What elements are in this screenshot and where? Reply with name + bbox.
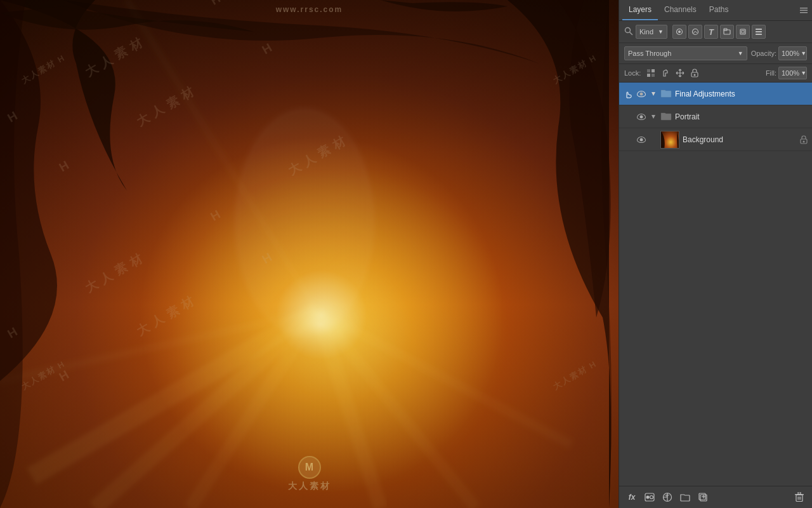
layer-hand-cursor <box>623 89 633 99</box>
svg-line-14 <box>630 32 633 35</box>
svg-rect-34 <box>661 114 671 120</box>
layers-panel: Layers Channels Paths Kind ▼ <box>619 0 812 508</box>
lock-icons-group <box>645 67 701 79</box>
svg-rect-12 <box>800 12 808 13</box>
svg-rect-11 <box>800 10 808 11</box>
layer-name-portrait: Portrait <box>675 112 808 121</box>
folder-icon-portrait <box>660 110 672 123</box>
canvas-area: 大人素材 H 大人素材 H 大人素材 H 大人素材 H 大人素材 H 大人素材 … <box>0 0 619 508</box>
svg-point-38 <box>646 496 650 499</box>
svg-marker-31 <box>652 92 655 96</box>
filter-icon-shape[interactable] <box>720 25 734 39</box>
filter-icon-more[interactable] <box>752 25 766 39</box>
filter-icons-group: T <box>672 25 766 39</box>
layer-item-portrait[interactable]: Portrait <box>619 105 812 128</box>
url-watermark: www.rrsc.com <box>276 5 343 14</box>
photo-background: 大人素材 H 大人素材 H 大人素材 H 大人素材 H 大人素材 H 大人素材 … <box>0 0 619 508</box>
new-adjustment-button[interactable] <box>660 490 675 505</box>
eye-icon-portrait <box>637 114 646 120</box>
expand-portrait[interactable] <box>650 113 657 121</box>
blend-mode-dropdown[interactable]: Pass Through ▼ <box>624 46 747 60</box>
filter-icon-pixel[interactable] <box>672 25 686 39</box>
svg-rect-28 <box>652 74 655 77</box>
svg-rect-24 <box>756 34 762 35</box>
lock-transparent-btn[interactable] <box>645 67 657 79</box>
site-logo: M <box>298 456 321 479</box>
fill-label: Fill: <box>766 69 776 77</box>
fill-input[interactable]: 100% ▼ <box>778 67 807 79</box>
lock-all-btn[interactable] <box>688 67 701 79</box>
svg-point-39 <box>650 496 653 499</box>
layer-name-background: Background <box>683 135 796 144</box>
opacity-group: Opacity: 100% ▼ <box>751 46 807 60</box>
new-group-button[interactable] <box>678 490 693 505</box>
layers-list: Final Adjustments Portrait <box>619 83 812 284</box>
svg-point-13 <box>625 27 631 32</box>
layer-visibility-final-adjustments[interactable] <box>636 89 646 99</box>
new-layer-button[interactable] <box>695 490 710 505</box>
lock-row: Lock: <box>619 64 812 83</box>
folder-icon-final-adjustments <box>660 88 672 100</box>
layer-item-final-adjustments[interactable]: Final Adjustments <box>619 83 812 105</box>
site-badge: M 大人素材 <box>288 456 331 492</box>
lock-move-btn[interactable] <box>674 67 686 79</box>
search-icon <box>624 27 633 37</box>
svg-marker-33 <box>652 115 655 119</box>
add-mask-button[interactable] <box>642 490 657 505</box>
blend-mode-row: Pass Through ▼ Opacity: 100% ▼ <box>619 43 812 64</box>
eye-icon-final-adjustments <box>637 91 646 97</box>
eye-icon-background <box>637 137 646 143</box>
opacity-label: Opacity: <box>751 50 776 57</box>
svg-rect-27 <box>647 74 650 77</box>
site-name: 大人素材 <box>288 481 331 492</box>
svg-rect-25 <box>647 69 650 72</box>
svg-rect-22 <box>756 29 762 30</box>
layer-item-background[interactable]: Background <box>619 128 812 151</box>
svg-rect-23 <box>756 31 762 32</box>
layer-thumb-background <box>660 131 679 149</box>
layer-name-final-adjustments: Final Adjustments <box>675 90 808 98</box>
panel-menu-icon[interactable] <box>799 5 809 15</box>
svg-rect-32 <box>661 91 671 97</box>
svg-point-36 <box>803 140 805 142</box>
layers-empty-space <box>619 284 812 486</box>
panel-bottom-toolbar: fx <box>619 486 812 508</box>
thumb-tree-svg <box>661 131 679 148</box>
filter-bar: Kind ▼ T <box>619 21 812 43</box>
filter-icon-type[interactable]: T <box>704 25 718 39</box>
lock-paint-btn[interactable] <box>659 67 672 79</box>
svg-rect-21 <box>742 30 744 33</box>
delete-layer-button[interactable] <box>792 490 807 505</box>
svg-point-30 <box>694 74 696 76</box>
svg-rect-20 <box>740 29 745 34</box>
tab-paths[interactable]: Paths <box>703 0 735 20</box>
layer-visibility-portrait[interactable] <box>636 112 646 122</box>
fill-group: Fill: 100% ▼ <box>766 67 807 79</box>
expand-final-adjustments[interactable] <box>650 90 657 98</box>
filter-icon-smartobj[interactable] <box>736 25 750 39</box>
tab-channels[interactable]: Channels <box>658 0 703 20</box>
filter-kind-dropdown[interactable]: Kind ▼ <box>636 25 667 39</box>
svg-point-16 <box>678 30 681 33</box>
fx-button[interactable]: fx <box>624 490 639 505</box>
opacity-input[interactable]: 100% ▼ <box>778 46 807 60</box>
svg-rect-46 <box>798 492 801 494</box>
tab-layers[interactable]: Layers <box>622 0 658 20</box>
svg-rect-26 <box>652 69 655 72</box>
tree-silhouettes <box>0 0 619 508</box>
svg-rect-10 <box>800 8 808 9</box>
layer-visibility-background[interactable] <box>636 135 646 145</box>
lock-label: Lock: <box>624 69 641 77</box>
filter-icon-adjustment[interactable] <box>688 25 702 39</box>
panel-tabs: Layers Channels Paths <box>619 0 812 21</box>
layer-lock-background <box>799 135 808 144</box>
